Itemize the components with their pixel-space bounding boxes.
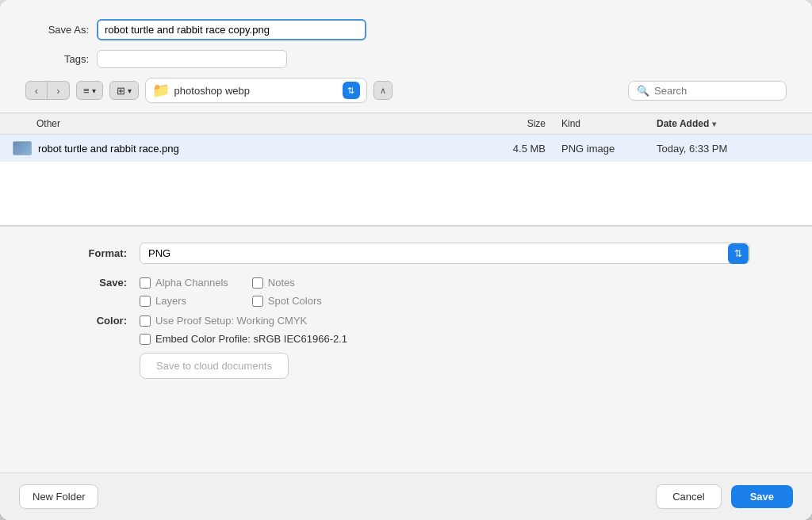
folder-name-label: photoshop webp xyxy=(174,85,338,97)
layers-label: Layers xyxy=(155,295,186,307)
file-list-header: Other Size Kind Date Added ▾ xyxy=(0,113,812,135)
color-options: Use Proof Setup: Working CMYK Embed Colo… xyxy=(140,315,347,345)
layers-item: Layers xyxy=(140,295,228,307)
col-kind-header: Kind xyxy=(561,118,657,129)
col-date-header: Date Added ▾ xyxy=(657,118,799,129)
save-as-label: Save As: xyxy=(25,24,89,36)
list-view-button[interactable]: ≡ ▾ xyxy=(76,81,103,100)
notes-checkbox[interactable] xyxy=(252,277,263,289)
search-icon: 🔍 xyxy=(637,85,649,97)
sort-arrow-icon: ▾ xyxy=(712,120,716,128)
use-proof-row: Use Proof Setup: Working CMYK xyxy=(140,315,347,327)
grid-view-icon: ⊞ xyxy=(117,85,125,97)
folder-arrows-button[interactable]: ⇅ xyxy=(343,82,360,99)
folder-selector[interactable]: 📁 photoshop webp ⇅ xyxy=(145,78,367,103)
col-name-header: Other xyxy=(13,118,482,129)
file-date-cell: Today, 6:33 PM xyxy=(657,143,799,155)
alpha-channels-item: Alpha Channels xyxy=(140,277,228,289)
format-row: Format: PNG ⇅ xyxy=(63,243,749,264)
file-name-cell: robot turtle and rabbit race.png xyxy=(38,143,482,155)
top-section: Save As: Tags: ‹ › ≡ ▾ ⊞ ▾ 📁 photoshop w… xyxy=(0,0,812,113)
new-folder-button[interactable]: New Folder xyxy=(19,484,98,509)
save-dialog: Save As: Tags: ‹ › ≡ ▾ ⊞ ▾ 📁 photoshop w… xyxy=(0,0,812,520)
tags-input[interactable] xyxy=(97,50,287,68)
table-row[interactable]: robot turtle and rabbit race.png 4.5 MB … xyxy=(0,135,812,162)
layers-checkbox[interactable] xyxy=(140,296,151,307)
col-size-header: Size xyxy=(482,118,561,129)
save-button[interactable]: Save xyxy=(731,485,793,508)
format-select-wrapper: PNG ⇅ xyxy=(140,243,749,264)
grid-view-chevron: ▾ xyxy=(128,86,132,95)
empty-file-area xyxy=(0,162,812,225)
forward-button[interactable]: › xyxy=(48,81,70,100)
file-thumbnail xyxy=(13,141,32,155)
collapse-icon: ∧ xyxy=(380,86,386,96)
cancel-button[interactable]: Cancel xyxy=(656,484,721,509)
color-label: Color: xyxy=(63,315,127,327)
file-size-cell: 4.5 MB xyxy=(482,143,561,155)
up-down-arrows-icon: ⇅ xyxy=(347,86,354,96)
alpha-channels-checkbox[interactable] xyxy=(140,277,151,289)
embed-color-checkbox[interactable] xyxy=(140,334,151,345)
tags-row: Tags: xyxy=(25,50,787,68)
col-date-label: Date Added xyxy=(657,118,709,129)
list-view-chevron: ▾ xyxy=(92,86,96,95)
notes-label: Notes xyxy=(268,277,295,289)
options-section: Format: PNG ⇅ Save: Alpha Channels Notes xyxy=(0,226,812,392)
format-label: Format: xyxy=(63,247,127,259)
toolbar-row: ‹ › ≡ ▾ ⊞ ▾ 📁 photoshop webp ⇅ ∧ xyxy=(25,78,787,103)
cloud-btn-row: Save to cloud documents xyxy=(140,353,749,379)
spot-colors-label: Spot Colors xyxy=(268,295,322,307)
use-proof-label: Use Proof Setup: Working CMYK xyxy=(155,315,307,327)
bottom-bar: New Folder Cancel Save xyxy=(0,472,812,520)
save-as-input[interactable] xyxy=(97,19,366,40)
search-input[interactable] xyxy=(654,85,778,97)
bottom-right-buttons: Cancel Save xyxy=(656,484,793,509)
nav-group: ‹ › xyxy=(25,81,70,100)
folder-icon: 📁 xyxy=(152,82,170,99)
search-box: 🔍 xyxy=(628,81,787,101)
save-as-row: Save As: xyxy=(25,19,787,40)
cloud-save-button[interactable]: Save to cloud documents xyxy=(140,353,289,379)
file-kind-cell: PNG image xyxy=(561,143,657,155)
save-checkboxes: Alpha Channels Notes Layers Spot Colors xyxy=(140,277,341,307)
embed-color-label: Embed Color Profile: sRGB IEC61966-2.1 xyxy=(155,333,347,345)
collapse-button[interactable]: ∧ xyxy=(373,81,393,100)
alpha-channels-label: Alpha Channels xyxy=(155,277,228,289)
spot-colors-checkbox[interactable] xyxy=(252,296,263,307)
grid-view-button[interactable]: ⊞ ▾ xyxy=(109,81,139,100)
back-button[interactable]: ‹ xyxy=(25,81,48,100)
file-list-section: Other Size Kind Date Added ▾ robot turtl… xyxy=(0,113,812,226)
list-view-icon: ≡ xyxy=(83,85,90,97)
save-options-label: Save: xyxy=(63,277,127,289)
spot-colors-item: Spot Colors xyxy=(252,295,341,307)
format-select[interactable]: PNG xyxy=(140,243,750,264)
color-options-row: Color: Use Proof Setup: Working CMYK Emb… xyxy=(63,315,749,345)
tags-label: Tags: xyxy=(25,53,89,65)
notes-item: Notes xyxy=(252,277,341,289)
save-options-row: Save: Alpha Channels Notes Layers Spot C… xyxy=(63,277,749,307)
embed-color-row: Embed Color Profile: sRGB IEC61966-2.1 xyxy=(140,333,347,345)
use-proof-checkbox[interactable] xyxy=(140,315,151,327)
